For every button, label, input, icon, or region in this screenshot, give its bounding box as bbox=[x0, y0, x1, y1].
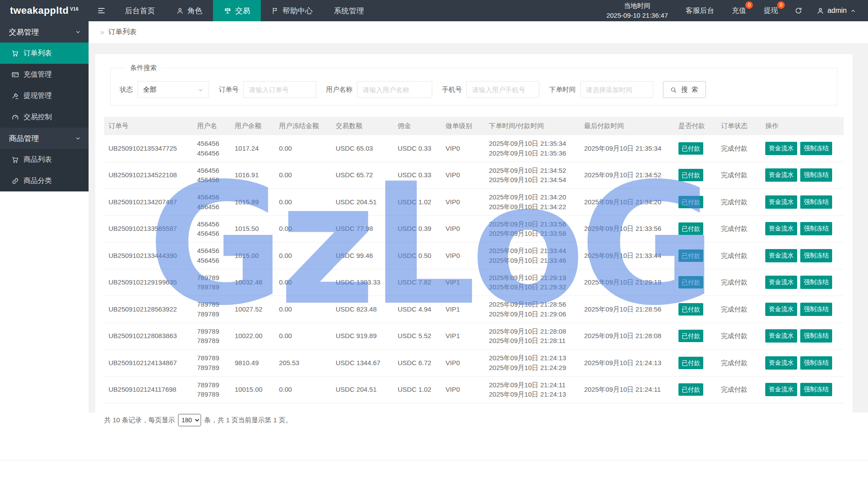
funds-flow-button[interactable]: 资金流水 bbox=[765, 142, 797, 155]
menu-toggle-button[interactable] bbox=[89, 0, 114, 21]
sidebar-item-withdraw-mgmt[interactable]: 提现管理 bbox=[0, 85, 89, 106]
sidebar-item-goods-category-label: 商品分类 bbox=[23, 176, 52, 186]
sidebar-item-withdraw-mgmt-label: 提现管理 bbox=[23, 91, 52, 101]
admin-username: admin bbox=[827, 7, 847, 15]
force-freeze-button[interactable]: 强制冻结 bbox=[800, 195, 832, 209]
order-status: 完成付款 bbox=[717, 296, 761, 323]
funds-flow-button[interactable]: 资金流水 bbox=[765, 222, 797, 235]
status-label: 状态 bbox=[120, 86, 133, 94]
username-input[interactable] bbox=[357, 81, 432, 98]
paid-status-badge: 已付款 bbox=[678, 249, 703, 262]
order-time-input[interactable] bbox=[580, 81, 653, 98]
frozen-amount: 0.00 bbox=[275, 242, 331, 269]
content-background: 条件搜索 状态 全部 订单号 用户名称 bbox=[89, 43, 868, 413]
sidebar-item-trade-control[interactable]: 交易控制 bbox=[0, 106, 89, 128]
column-header-0: 订单号 bbox=[104, 117, 193, 135]
trade-amount: USDC 204.51 bbox=[331, 189, 393, 216]
username: 456456456456 bbox=[193, 189, 230, 216]
sidebar-item-goods-list[interactable]: 商品列表 bbox=[0, 149, 89, 170]
header-recharge[interactable]: 充值0 bbox=[723, 0, 755, 21]
order-no-input[interactable] bbox=[243, 81, 316, 98]
user-icon bbox=[817, 7, 824, 15]
admin-menu[interactable]: admin bbox=[810, 7, 868, 15]
nav-roles-label: 角色 bbox=[187, 6, 202, 16]
app-name: tweakappltd bbox=[10, 5, 69, 16]
force-freeze-button[interactable]: 强制冻结 bbox=[800, 249, 832, 262]
user-balance: 1016.91 bbox=[230, 162, 275, 189]
commission: USDC 0.33 bbox=[393, 135, 441, 162]
funds-flow-button[interactable]: 资金流水 bbox=[765, 383, 797, 396]
column-header-5: 佣金 bbox=[393, 117, 441, 135]
funds-flow-button[interactable]: 资金流水 bbox=[765, 168, 797, 182]
breadcrumb: » 订单列表 bbox=[89, 21, 868, 43]
funds-flow-button[interactable]: 资金流水 bbox=[765, 303, 797, 316]
user-balance: 10022.00 bbox=[230, 323, 275, 350]
search-button-label: 搜 索 bbox=[681, 86, 699, 94]
force-freeze-button[interactable]: 强制冻结 bbox=[800, 383, 832, 396]
force-freeze-button[interactable]: 强制冻结 bbox=[800, 222, 832, 235]
trade-amount: USDC 99.46 bbox=[331, 242, 393, 269]
status-filter: 状态 全部 bbox=[120, 81, 209, 98]
row-actions: 资金流水强制冻结 bbox=[761, 296, 844, 323]
order-number: UB2509102133444390 bbox=[104, 242, 193, 269]
order-number: UB2509102134207487 bbox=[104, 189, 193, 216]
order-status: 完成付款 bbox=[717, 162, 761, 189]
table-row: UB25091021335655874564564564561015.500.0… bbox=[104, 215, 844, 242]
last-pay-time: 2025年09月10日 21:33:56 bbox=[580, 215, 674, 242]
username: 789789789789 bbox=[193, 296, 230, 323]
funds-flow-button[interactable]: 资金流水 bbox=[765, 329, 797, 343]
force-freeze-button[interactable]: 强制冻结 bbox=[800, 303, 832, 316]
header-withdraw[interactable]: 提现0 bbox=[755, 0, 787, 21]
force-freeze-button[interactable]: 强制冻结 bbox=[800, 142, 832, 155]
search-fieldset: 条件搜索 状态 全部 订单号 用户名称 bbox=[110, 64, 837, 105]
nav-trade[interactable]: 交易 bbox=[213, 0, 261, 21]
nav-help[interactable]: 帮助中心 bbox=[261, 0, 323, 21]
per-page-select[interactable]: 180 bbox=[178, 414, 201, 426]
username: 456456456456 bbox=[193, 135, 230, 162]
table-row: UB250910212856392278978978978910027.520.… bbox=[104, 296, 844, 323]
refresh-button[interactable] bbox=[787, 7, 810, 15]
sidebar-item-order-list[interactable]: 订单列表 bbox=[0, 43, 89, 64]
nav-system[interactable]: 系统管理 bbox=[323, 0, 375, 21]
gauge-icon bbox=[12, 113, 19, 121]
column-header-3: 用户冻结金额 bbox=[275, 117, 331, 135]
nav-home[interactable]: 后台首页 bbox=[114, 0, 166, 21]
paid-status-badge: 已付款 bbox=[678, 142, 703, 155]
funds-flow-button[interactable]: 资金流水 bbox=[765, 249, 797, 262]
flag-icon bbox=[271, 7, 279, 15]
column-header-10: 订单状态 bbox=[717, 117, 761, 135]
user-balance: 1017.24 bbox=[230, 135, 275, 162]
row-actions: 资金流水强制冻结 bbox=[761, 162, 844, 189]
username-label: 用户名称 bbox=[326, 86, 353, 94]
force-freeze-button[interactable]: 强制冻结 bbox=[800, 276, 832, 289]
force-freeze-button[interactable]: 强制冻结 bbox=[800, 329, 832, 343]
username: 456456456456 bbox=[193, 242, 230, 269]
phone-input[interactable] bbox=[466, 81, 539, 98]
withdraw-badge: 0 bbox=[777, 1, 785, 9]
force-freeze-button[interactable]: 强制冻结 bbox=[800, 356, 832, 370]
sidebar-group-title-trade-mgmt[interactable]: 交易管理 bbox=[0, 21, 89, 43]
local-time-block: 当地时间 2025-09-10 21:36:47 bbox=[597, 1, 677, 20]
username: 789789789789 bbox=[193, 350, 230, 377]
paid-status-badge: 已付款 bbox=[678, 357, 703, 369]
sidebar-item-goods-category[interactable]: 商品分类 bbox=[0, 170, 89, 191]
app-logo: tweakappltdV16 bbox=[0, 0, 89, 21]
row-actions: 资金流水强制冻结 bbox=[761, 135, 844, 162]
funds-flow-button[interactable]: 资金流水 bbox=[765, 356, 797, 370]
search-icon bbox=[670, 86, 677, 94]
user-balance: 1015.00 bbox=[230, 242, 275, 269]
main-nav: 后台首页角色交易帮助中心系统管理 bbox=[114, 0, 375, 21]
order-number: UB2509102133565587 bbox=[104, 215, 193, 242]
search-button[interactable]: 搜 索 bbox=[663, 81, 706, 98]
funds-flow-button[interactable]: 资金流水 bbox=[765, 276, 797, 289]
sidebar-item-recharge-mgmt[interactable]: 充值管理 bbox=[0, 64, 89, 85]
trade-amount: USDC 1344.67 bbox=[331, 350, 393, 377]
header-service-backend[interactable]: 客服后台 bbox=[677, 0, 723, 21]
funds-flow-button[interactable]: 资金流水 bbox=[765, 195, 797, 209]
status-select[interactable]: 全部 bbox=[137, 81, 209, 98]
force-freeze-button[interactable]: 强制冻结 bbox=[800, 168, 832, 182]
nav-roles[interactable]: 角色 bbox=[166, 0, 213, 21]
scales-icon bbox=[224, 7, 232, 15]
sidebar-group-title-goods-mgmt[interactable]: 商品管理 bbox=[0, 128, 89, 149]
user-balance: 1015.50 bbox=[230, 215, 275, 242]
